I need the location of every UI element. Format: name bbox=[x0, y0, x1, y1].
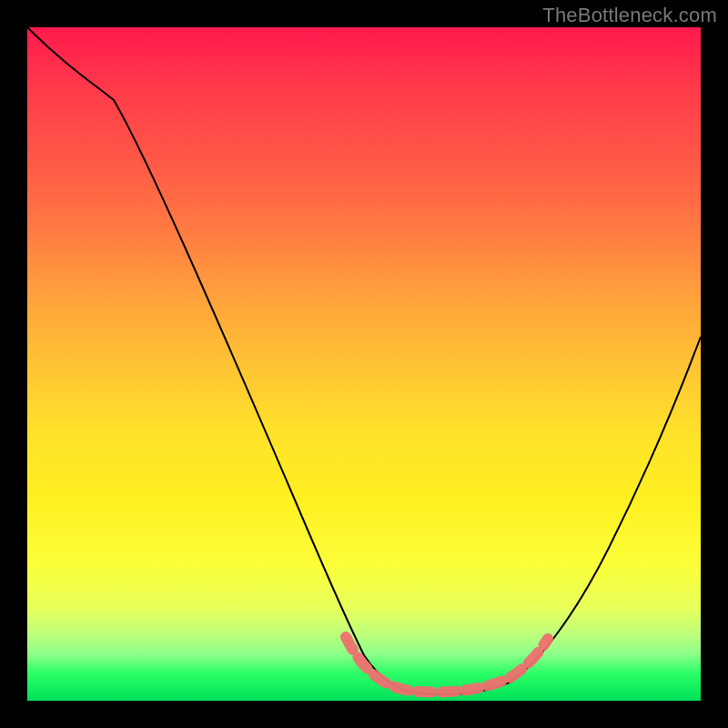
plot-area bbox=[27, 27, 701, 701]
acceptable-zone-highlight bbox=[346, 637, 548, 692]
curve-svg bbox=[27, 27, 701, 701]
bottleneck-curve-line bbox=[27, 27, 701, 694]
watermark-text: TheBottleneck.com bbox=[542, 4, 717, 27]
chart-frame: TheBottleneck.com bbox=[0, 0, 728, 728]
